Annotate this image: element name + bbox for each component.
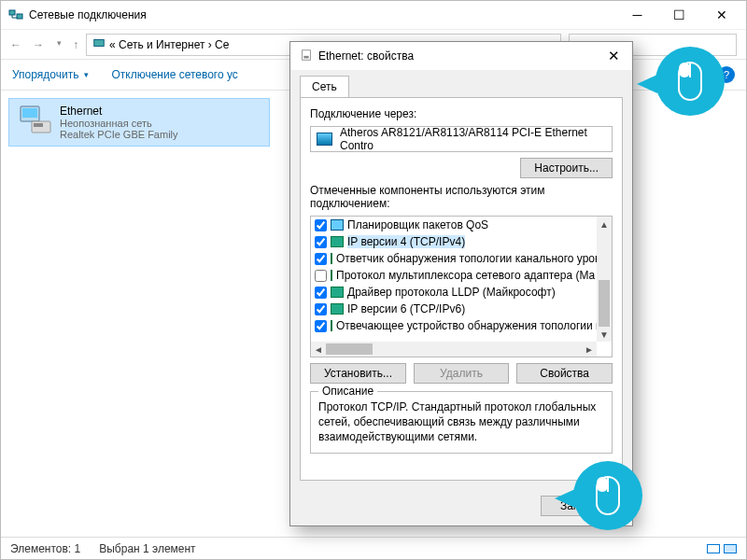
history-dropdown[interactable]: ▾	[57, 38, 62, 51]
dialog-title: Ethernet: свойства	[318, 49, 414, 63]
titlebar[interactable]: Сетевые подключения ─ ☐ ✕	[1, 1, 746, 29]
component-item[interactable]: Отвечающее устройство обнаружения тополо…	[311, 317, 597, 334]
svg-rect-6	[34, 123, 43, 127]
component-item[interactable]: Драйвер протокола LLDP (Майкрософт)	[311, 284, 597, 301]
component-label: Драйвер протокола LLDP (Майкрософт)	[347, 286, 556, 299]
service-icon	[331, 219, 344, 231]
minimize-button[interactable]: ─	[616, 2, 658, 28]
network-card-icon	[317, 133, 332, 146]
vertical-scrollbar[interactable]: ▲ ▼	[597, 217, 612, 342]
ethernet-icon	[300, 49, 313, 64]
component-checkbox[interactable]	[315, 320, 327, 332]
component-label: IP версии 6 (TCP/IPv6)	[347, 302, 465, 315]
component-label: Ответчик обнаружения топологии канальног…	[336, 252, 597, 265]
ethernet-adapter-icon	[19, 105, 52, 134]
selected-count: Выбран 1 элемент	[99, 542, 195, 555]
component-checkbox[interactable]	[315, 219, 327, 231]
svg-rect-14	[597, 477, 608, 492]
close-button[interactable]: ✕	[700, 2, 742, 28]
component-label: Протокол мультиплексора сетевого адаптер…	[336, 269, 595, 282]
component-item[interactable]: Ответчик обнаружения топологии канальног…	[311, 250, 597, 267]
scroll-left-icon[interactable]: ◄	[311, 342, 326, 357]
component-label: Отвечающее устройство обнаружения тополо…	[336, 319, 597, 332]
svg-rect-11	[679, 63, 690, 77]
protocol-icon	[331, 270, 332, 281]
adapter-name: Ethernet	[60, 105, 178, 118]
details-view-icon[interactable]	[707, 544, 720, 553]
adapter-full-name: Atheros AR8121/AR8113/AR8114 PCI-E Ether…	[340, 126, 606, 152]
mouse-cursor-highlight	[573, 461, 642, 530]
ethernet-adapter-item[interactable]: Ethernet Неопознанная сеть Realtek PCIe …	[8, 98, 270, 147]
maximize-button[interactable]: ☐	[658, 2, 700, 28]
protocol-icon	[331, 236, 344, 247]
components-label: Отмеченные компоненты используются этим …	[310, 184, 613, 210]
network-connections-icon	[8, 7, 23, 22]
svg-rect-4	[22, 108, 37, 118]
breadcrumb: « Сеть и Интернет › Се	[109, 38, 229, 51]
component-item[interactable]: Планировщик пакетов QoS	[311, 217, 597, 233]
svg-rect-8	[303, 55, 308, 58]
dialog-titlebar[interactable]: Ethernet: свойства ✕	[290, 42, 632, 70]
up-button[interactable]: ↑	[73, 38, 78, 51]
protocol-icon	[331, 303, 344, 315]
svg-rect-7	[303, 49, 311, 60]
component-checkbox[interactable]	[315, 287, 327, 299]
adapter-field: Atheros AR8121/AR8113/AR8114 PCI-E Ether…	[310, 126, 613, 152]
organize-menu[interactable]: Упорядочить▾	[12, 68, 89, 81]
status-bar: Элементов: 1 Выбран 1 элемент	[1, 537, 746, 559]
components-listbox[interactable]: Планировщик пакетов QoSIP версии 4 (TCP/…	[310, 216, 613, 357]
component-checkbox[interactable]	[315, 236, 327, 248]
component-item[interactable]: IP версии 6 (TCP/IPv6)	[311, 301, 597, 317]
dialog-close-button[interactable]: ✕	[600, 46, 627, 66]
remove-button: Удалить	[414, 363, 510, 384]
adapter-device: Realtek PCIe GBE Family	[60, 129, 178, 140]
item-count: Элементов: 1	[10, 542, 80, 555]
configure-button[interactable]: Настроить...	[520, 158, 613, 178]
tab-network[interactable]: Сеть	[300, 76, 349, 97]
component-item[interactable]: Протокол мультиплексора сетевого адаптер…	[311, 267, 597, 284]
description-label: Описание	[318, 385, 377, 398]
scroll-up-icon[interactable]: ▲	[597, 217, 612, 231]
protocol-icon	[331, 253, 332, 264]
tiles-view-icon[interactable]	[724, 544, 737, 553]
scroll-thumb[interactable]	[599, 280, 610, 327]
properties-dialog: Ethernet: свойства ✕ Сеть Подключение че…	[289, 41, 633, 526]
mouse-cursor-highlight	[655, 47, 725, 116]
forward-button[interactable]: →	[33, 38, 44, 51]
scroll-down-icon[interactable]: ▼	[597, 327, 612, 342]
protocol-icon	[331, 287, 344, 298]
window-title: Сетевые подключения	[29, 8, 616, 21]
properties-button[interactable]: Свойства	[516, 363, 613, 384]
svg-rect-1	[17, 14, 22, 19]
back-button[interactable]: ←	[10, 38, 21, 51]
disable-device-button[interactable]: Отключение сетевого ус	[111, 68, 237, 81]
horizontal-scrollbar[interactable]: ◄ ►	[311, 342, 597, 357]
component-label: Планировщик пакетов QoS	[347, 218, 488, 231]
scroll-thumb-h[interactable]	[326, 343, 373, 355]
network-icon	[92, 36, 106, 52]
install-button[interactable]: Установить...	[310, 363, 406, 384]
component-item[interactable]: IP версии 4 (TCP/IPv4)	[311, 233, 597, 250]
protocol-icon	[331, 320, 332, 331]
component-checkbox[interactable]	[315, 303, 327, 315]
dialog-tabs: Сеть	[300, 76, 623, 97]
description-text: Протокол TCP/IP. Стандартный протокол гл…	[318, 399, 604, 445]
scroll-right-icon[interactable]: ►	[582, 342, 597, 357]
svg-rect-0	[9, 10, 15, 15]
connect-through-label: Подключение через:	[310, 107, 613, 120]
description-group: Описание Протокол TCP/IP. Стандартный пр…	[310, 391, 613, 454]
svg-rect-2	[94, 40, 105, 47]
component-checkbox[interactable]	[315, 270, 327, 282]
component-checkbox[interactable]	[315, 253, 327, 265]
component-label: IP версии 4 (TCP/IPv4)	[347, 235, 465, 248]
adapter-status: Неопознанная сеть	[60, 118, 178, 129]
nav-arrows: ← → ▾ ↑	[10, 38, 78, 51]
